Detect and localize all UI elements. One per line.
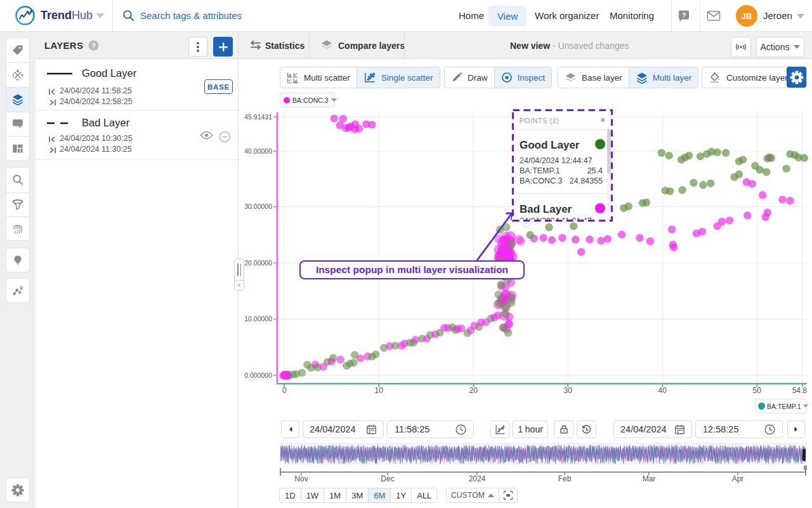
svg-text:0: 0 bbox=[282, 386, 287, 395]
svg-text:20.00000: 20.00000 bbox=[244, 259, 272, 267]
svg-text:Feb: Feb bbox=[558, 474, 572, 483]
svg-text:Apr: Apr bbox=[732, 474, 744, 483]
svg-text:?: ? bbox=[682, 11, 686, 19]
svg-text:2024: 2024 bbox=[469, 474, 486, 483]
svg-text:10: 10 bbox=[375, 386, 384, 395]
svg-text:45.91431: 45.91431 bbox=[244, 113, 272, 121]
svg-text:?: ? bbox=[91, 42, 96, 50]
svg-text:50: 50 bbox=[753, 386, 762, 395]
svg-text:10.00000: 10.00000 bbox=[244, 315, 272, 323]
svg-text:20: 20 bbox=[469, 386, 478, 395]
svg-text:Dec: Dec bbox=[381, 474, 394, 483]
svg-text:54.8: 54.8 bbox=[792, 386, 808, 395]
svg-text:40: 40 bbox=[658, 386, 667, 395]
svg-text:Nov: Nov bbox=[294, 474, 308, 483]
svg-text:30.00000: 30.00000 bbox=[244, 203, 272, 210]
svg-text:0.000000: 0.000000 bbox=[244, 371, 272, 379]
svg-text:30: 30 bbox=[564, 386, 573, 395]
svg-text:40.00000: 40.00000 bbox=[244, 147, 272, 155]
svg-text:Mar: Mar bbox=[643, 474, 656, 483]
